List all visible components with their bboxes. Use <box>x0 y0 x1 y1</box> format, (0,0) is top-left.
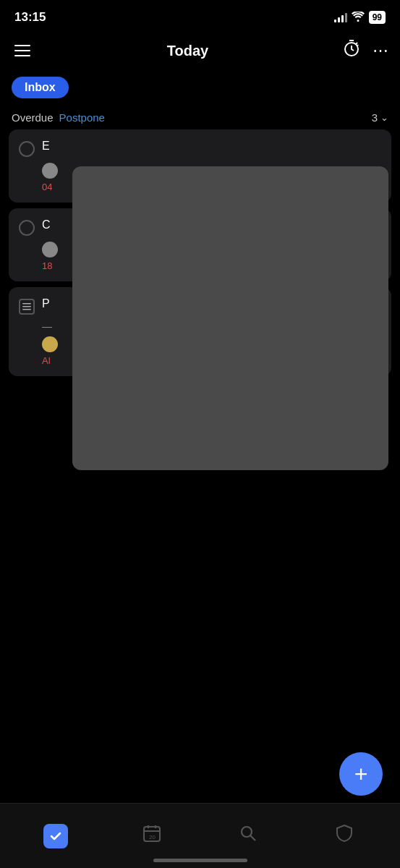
battery-level: 99 <box>373 12 382 22</box>
avatar <box>42 336 58 352</box>
postpone-button[interactable]: Postpone <box>59 111 105 124</box>
add-task-button[interactable]: + <box>339 752 383 796</box>
plus-icon: + <box>354 762 368 786</box>
task-checkbox[interactable] <box>19 220 35 236</box>
task-checkbox[interactable] <box>19 141 35 157</box>
svg-text:20: 20 <box>149 834 156 841</box>
task-list-icon[interactable] <box>19 299 35 315</box>
avatar <box>42 163 58 179</box>
wifi-icon <box>352 12 365 24</box>
header-title: Today <box>167 43 208 59</box>
battery-icon: 99 <box>369 11 386 24</box>
inbox-section: Inbox <box>0 69 400 106</box>
overdue-left: Overdue Postpone <box>12 111 105 124</box>
more-options-icon[interactable]: ⋯ <box>373 41 388 60</box>
timer-icon[interactable] <box>342 39 361 62</box>
status-time: 13:15 <box>14 10 46 25</box>
nav-item-profile[interactable] <box>326 818 362 854</box>
task-row: E <box>19 140 381 157</box>
svg-rect-3 <box>22 309 31 310</box>
overdue-section: Overdue Postpone 3 ⌄ <box>0 106 400 129</box>
hamburger-line-2 <box>14 50 30 51</box>
menu-button[interactable] <box>12 42 33 59</box>
nav-item-search[interactable] <box>230 818 266 854</box>
svg-rect-1 <box>22 303 31 305</box>
overdue-count-section: 3 ⌄ <box>372 111 388 124</box>
tasks-icon <box>43 824 68 848</box>
avatar <box>42 242 58 258</box>
header: Today ⋯ <box>0 32 400 69</box>
nav-item-tasks[interactable] <box>38 818 74 854</box>
svg-point-9 <box>242 827 252 837</box>
overdue-label: Overdue <box>12 111 54 124</box>
signal-icon <box>334 12 347 22</box>
home-indicator <box>153 859 247 862</box>
nav-item-calendar[interactable]: 20 <box>134 818 170 854</box>
inbox-filter-button[interactable]: Inbox <box>12 77 69 98</box>
svg-line-10 <box>251 836 256 841</box>
svg-rect-2 <box>22 306 31 307</box>
status-bar: 13:15 99 <box>0 0 400 32</box>
overdue-count: 3 <box>372 111 378 124</box>
shield-icon <box>335 824 354 848</box>
chevron-down-icon[interactable]: ⌄ <box>380 112 388 123</box>
inbox-pill-label: Inbox <box>25 81 56 94</box>
hamburger-line-3 <box>14 55 30 56</box>
task-subtask-indicator: — <box>42 320 52 332</box>
task-title: E <box>42 140 381 153</box>
overlay-panel <box>72 166 388 470</box>
search-icon <box>239 824 258 848</box>
hamburger-line-1 <box>14 45 30 46</box>
status-icons: 99 <box>334 11 386 24</box>
calendar-icon: 20 <box>142 823 162 848</box>
header-actions: ⋯ <box>342 39 388 62</box>
